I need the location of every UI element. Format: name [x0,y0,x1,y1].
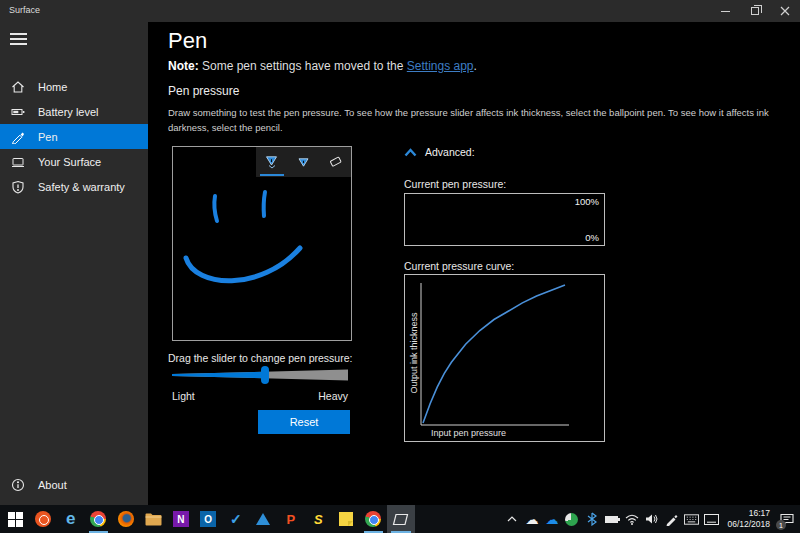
pressure-curve-plot [405,275,604,441]
pressure-curve-chart: Output ink thickness Input pen pressure [404,274,605,442]
display-icon [704,514,719,525]
taskbar-app-ubuntu[interactable] [30,505,58,533]
todo-check-icon: ✓ [230,511,242,527]
advanced-toggle[interactable]: Advanced: [404,146,475,158]
pen-icon [11,130,25,144]
sidebar-item-battery-level[interactable]: Battery level [0,99,148,124]
file-explorer-icon [145,513,162,526]
window-title: Surface [9,5,40,15]
sidebar-item-label: About [38,479,67,491]
taskbar-app-outlook[interactable]: O [195,505,223,533]
hamburger-menu-button[interactable] [10,30,38,54]
volume-icon [645,513,658,525]
sidebar-item-about[interactable]: About [0,472,148,497]
taskbar-app-s[interactable]: S [305,505,333,533]
action-center-button[interactable]: 1 [778,505,796,533]
pen-pressure-description: Draw something to test the pen pressure.… [168,106,796,135]
system-tray: ☁ ☁ 16:17 06/12/201 [504,505,800,533]
titlebar: Surface [0,0,800,22]
sidebar-item-label: Battery level [38,106,99,118]
taskbar-app-file-explorer[interactable] [140,505,168,533]
chrome-icon [90,511,106,527]
taskbar-clock[interactable]: 16:17 06/12/2018 [724,508,773,530]
taskbar-app-firefox[interactable] [112,505,140,533]
blue-triangle-app-icon [255,512,271,526]
surface-app-window: Surface Home Battery level [0,0,800,533]
onenote-icon: N [173,511,189,527]
slider-label: Drag the slider to change pen pressure: [168,352,352,364]
taskbar-app-todo[interactable]: ✓ [222,505,250,533]
info-icon [11,478,25,492]
sidebar-item-label: Your Surface [38,156,101,168]
minimize-button[interactable] [710,0,740,22]
keyboard-icon [684,514,699,525]
taskbar-app-sticky-notes[interactable] [332,505,360,533]
sidebar-item-home[interactable]: Home [0,74,148,99]
shield-icon [11,180,25,194]
pen-pressure-slider[interactable] [172,367,348,383]
tray-battery[interactable] [604,505,619,533]
tray-touch-keyboard[interactable] [684,505,699,533]
firefox-icon [118,511,134,527]
windows-logo-icon [8,512,23,527]
current-pressure-curve-label: Current pressure curve: [404,260,514,272]
home-icon [11,80,25,94]
taskbar-app-blue-triangle[interactable] [250,505,278,533]
page-title: Pen [168,28,207,54]
tray-storage[interactable] [564,505,579,533]
chrome-icon [365,511,381,527]
maximize-button[interactable] [740,0,770,22]
tray-bluetooth[interactable] [584,505,599,533]
tray-wifi[interactable] [624,505,639,533]
note-suffix: . [474,59,477,73]
wifi-icon [625,514,639,525]
eraser-icon [328,156,342,168]
edge-icon: e [66,509,75,529]
advanced-label: Advanced: [425,146,475,158]
tray-display[interactable] [704,505,719,533]
reset-button[interactable]: Reset [258,410,350,434]
tray-volume[interactable] [644,505,659,533]
battery-icon [11,105,25,119]
meter-min-value: 0% [585,232,599,243]
tray-onedrive[interactable]: ☁ [524,505,539,533]
settings-app-link[interactable]: Settings app [407,59,474,73]
ubuntu-icon [35,511,51,527]
tray-chevron-up-button[interactable] [504,505,519,533]
chevron-down-icon [268,165,276,169]
taskbar-app-chrome[interactable] [85,505,113,533]
taskbar-app-onenote[interactable]: N [167,505,195,533]
chevron-up-icon [404,148,417,157]
cloud-blue-icon: ☁ [545,513,558,526]
pencil-tool-button[interactable] [288,147,320,177]
note-text: Some pen settings have moved to the [199,59,407,73]
taskbar-app-surface-active[interactable] [387,505,415,533]
tray-pen[interactable] [664,505,679,533]
section-title-pen-pressure: Pen pressure [168,84,239,98]
device-icon [11,155,25,169]
clock-time: 16:17 [727,508,770,519]
taskbar-app-p[interactable]: P [277,505,305,533]
slider-thumb[interactable] [261,366,269,384]
sidebar-item-pen[interactable]: Pen [0,124,148,149]
surface-app-icon [392,513,409,526]
storage-pie-icon [565,513,578,526]
slider-end-labels: Light Heavy [172,390,348,402]
close-icon [780,6,790,16]
restore-icon [751,7,759,15]
curve-x-axis-label: Input pen pressure [431,428,506,438]
slider-min-label: Light [172,390,195,402]
taskbar-app-chrome-2[interactable] [360,505,388,533]
notification-badge: 1 [776,520,786,530]
s-app-icon: S [314,512,323,527]
eraser-tool-button[interactable] [319,147,351,177]
ballpoint-pen-tool-button[interactable] [256,147,288,177]
taskbar-app-edge[interactable]: e [57,505,85,533]
tray-onedrive-blue[interactable]: ☁ [544,505,559,533]
sidebar: Home Battery level Pen Your Surface Safe [0,22,148,505]
start-button[interactable] [2,505,30,533]
sidebar-item-safety-warranty[interactable]: Safety & warranty [0,174,148,199]
close-button[interactable] [770,0,800,22]
drawing-canvas[interactable] [172,146,352,341]
sidebar-item-your-surface[interactable]: Your Surface [0,149,148,174]
